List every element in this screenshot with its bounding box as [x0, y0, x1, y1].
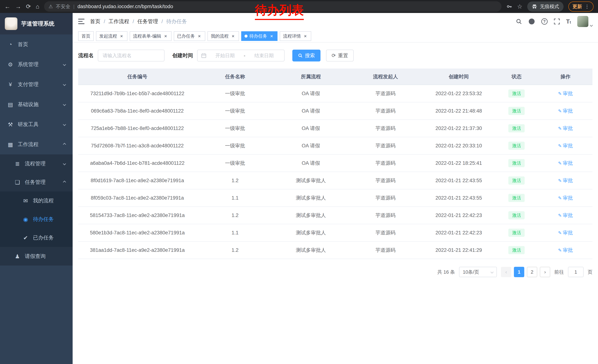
sidebar-item-workflow[interactable]: ▦工作流程 — [0, 134, 73, 154]
page-button-1[interactable]: 1 — [514, 267, 524, 277]
tab-done-task[interactable]: 已办任务× — [174, 31, 205, 41]
task-table: 任务编号任务名称所属流程流程发起人创建时间状态操作 73211d9d-7b9b-… — [78, 68, 592, 259]
approve-link[interactable]: ✎审批 — [558, 143, 573, 148]
approve-link[interactable]: ✎审批 — [558, 230, 573, 235]
close-icon[interactable]: × — [163, 34, 168, 39]
close-icon[interactable]: × — [231, 34, 236, 39]
breadcrumb: 首页/工作流程/任务管理/待办任务 — [90, 18, 187, 25]
sidebar-item-infrastructure[interactable]: ▤基础设施 — [0, 94, 73, 114]
bookmark-star-icon[interactable]: ☆ — [517, 4, 523, 9]
breadcrumb-item[interactable]: 首页 — [90, 18, 100, 25]
key-icon[interactable] — [506, 4, 512, 9]
gear-icon: ⚙ — [7, 61, 14, 68]
font-size-icon[interactable]: Tt — [566, 18, 571, 25]
incognito-label: 无痕模式 — [540, 3, 559, 10]
address-bar[interactable]: ⚠ 不安全 | dashboard.yudao.iocoder.cn/bpm/t… — [44, 1, 501, 12]
close-icon[interactable]: × — [269, 34, 274, 39]
approve-link[interactable]: ✎审批 — [558, 212, 573, 218]
next-page-button[interactable]: › — [540, 267, 550, 277]
approve-link[interactable]: ✎审批 — [558, 195, 573, 201]
sidebar-item-label: 支付管理 — [18, 81, 39, 88]
status-cell: 激活 — [495, 189, 539, 207]
sidebar-item-payment-mgmt[interactable]: ¥支付管理 — [0, 74, 73, 94]
sidebar-item-process-mgmt[interactable]: ≣流程管理 — [0, 154, 73, 173]
browser-menu-dots-icon[interactable]: ⋮ — [585, 4, 590, 9]
column-header: 流程发起人 — [348, 68, 423, 85]
approve-link[interactable]: ✎审批 — [558, 126, 573, 131]
tab-process-detail[interactable]: 流程详情× — [280, 31, 311, 41]
tab-home[interactable]: 首页 — [78, 31, 94, 41]
home-icon[interactable]: ⌂ — [36, 4, 39, 9]
process-name-input[interactable] — [98, 50, 165, 61]
reset-button[interactable]: ⟳ 重置 — [326, 50, 354, 61]
approve-link[interactable]: ✎审批 — [558, 91, 573, 96]
close-icon[interactable]: × — [303, 34, 308, 39]
sidebar-item-dev-tools[interactable]: ⚒研发工具 — [0, 114, 73, 134]
sidebar-item-leave-query[interactable]: ♟请假查询 — [0, 247, 73, 266]
end-date-placeholder[interactable]: 结束日期 — [248, 52, 281, 59]
column-header: 创建时间 — [423, 68, 495, 85]
user-menu[interactable] — [577, 16, 592, 27]
tab-my-process[interactable]: 我的流程× — [208, 31, 239, 41]
sidebar-item-my-process[interactable]: ✉我的流程 — [0, 191, 73, 210]
app-logo[interactable]: 芋道管理系统 — [0, 13, 73, 34]
tab-start-process[interactable]: 发起流程× — [96, 31, 127, 41]
search-button[interactable]: 搜索 — [292, 50, 321, 61]
tab-todo-task[interactable]: 待办任务× — [241, 31, 277, 41]
topbar-actions: ? Tt — [516, 16, 592, 27]
process-cell: OA 请假 — [274, 120, 348, 137]
sidebar-item-home[interactable]: ◔首页 — [0, 34, 73, 54]
logo-image — [5, 17, 17, 30]
sidebar-item-done-task[interactable]: ✔已办任务 — [0, 228, 73, 247]
create-time-cell: 2022-01-21 22:43:55 — [423, 172, 495, 189]
reset-button-label: 重置 — [338, 52, 348, 59]
status-cell: 激活 — [495, 120, 539, 137]
edit-icon: ✎ — [558, 230, 562, 235]
table-row: 8f059c03-7ac8-11ec-a9e2-a2380e71991a1.1测… — [78, 189, 592, 207]
update-label: 更新 — [573, 3, 582, 10]
task-name-cell: 一级审批 — [196, 85, 274, 102]
tags-view: 首页发起流程×流程表单-编辑×已办任务×我的流程×待办任务×流程详情× — [73, 30, 598, 43]
sidebar-item-todo-task[interactable]: ◉待办任务 — [0, 210, 73, 228]
column-header: 状态 — [495, 68, 539, 85]
task-name-cell: 1.2 — [196, 242, 274, 259]
breadcrumb-item[interactable]: 任务管理 — [137, 18, 158, 25]
approve-link[interactable]: ✎审批 — [558, 178, 573, 183]
task-id-cell: 069c6a63-7b8a-11ec-8ef0-acde48001122 — [78, 102, 196, 120]
status-badge: 激活 — [508, 229, 525, 237]
chat-icon: ✉ — [22, 198, 29, 204]
sidebar-item-task-mgmt[interactable]: ❏任务管理 — [0, 173, 73, 191]
edit-icon: ✎ — [558, 248, 562, 253]
task-name-cell: 一级审批 — [196, 154, 274, 172]
forward-icon[interactable]: → — [15, 4, 21, 9]
initiator-cell: 芋道源码 — [348, 85, 423, 102]
reload-icon[interactable]: ⟳ — [26, 4, 31, 9]
prev-page-button[interactable]: ‹ — [501, 267, 511, 277]
github-icon[interactable] — [528, 18, 535, 25]
table-row: 580e1b3d-7ac8-11ec-a9e2-a2380e71991a1.1测… — [78, 224, 592, 242]
back-icon[interactable]: ← — [4, 4, 10, 9]
close-icon[interactable]: × — [197, 34, 202, 39]
close-icon[interactable]: × — [119, 34, 124, 39]
page-button-2[interactable]: 2 — [527, 267, 537, 277]
incognito-badge: 无痕模式 — [527, 1, 564, 12]
approve-link[interactable]: ✎审批 — [558, 247, 573, 253]
breadcrumb-item[interactable]: 工作流程 — [108, 18, 129, 25]
table-row: 069c6a63-7b8a-11ec-8ef0-acde48001122一级审批… — [78, 102, 592, 120]
approve-link[interactable]: ✎审批 — [558, 160, 573, 166]
date-range-picker[interactable]: 开始日期 - 结束日期 — [197, 50, 284, 61]
goto-page-input[interactable] — [568, 267, 583, 277]
column-header: 所属流程 — [274, 68, 348, 85]
initiator-cell: 芋道源码 — [348, 189, 423, 207]
update-button[interactable]: 更新 ⋮ — [568, 1, 594, 12]
search-icon[interactable] — [516, 18, 522, 25]
start-date-placeholder[interactable]: 开始日期 — [208, 52, 241, 59]
action-cell: ✎审批 — [538, 154, 592, 172]
page-size-select[interactable]: 10条/页 — [459, 267, 497, 277]
sidebar-item-system-mgmt[interactable]: ⚙系统管理 — [0, 54, 73, 74]
approve-link[interactable]: ✎审批 — [558, 108, 573, 114]
help-icon[interactable]: ? — [541, 18, 548, 25]
fullscreen-icon[interactable] — [554, 18, 560, 24]
tab-form-edit[interactable]: 流程表单-编辑× — [130, 31, 172, 41]
hamburger-icon[interactable] — [78, 19, 84, 24]
